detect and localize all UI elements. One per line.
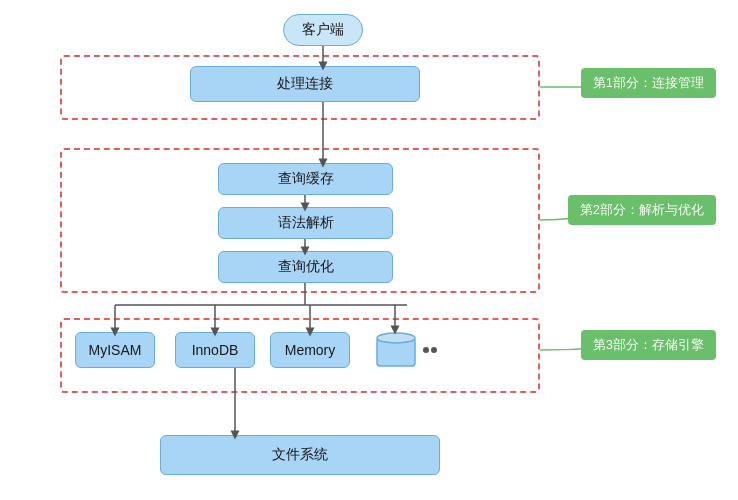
annotation-part2: 第2部分：解析与优化	[568, 195, 716, 225]
myisam-label: MyISAM	[89, 342, 142, 358]
query-cache-box: 查询缓存	[218, 163, 393, 195]
connection-label: 处理连接	[277, 75, 333, 93]
query-cache-label: 查询缓存	[278, 170, 334, 188]
svg-point-2	[423, 347, 429, 353]
memory-box: Memory	[270, 332, 350, 368]
memory-label: Memory	[285, 342, 336, 358]
annotation-part2-label: 第2部分：解析与优化	[580, 202, 704, 217]
query-optimize-label: 查询优化	[278, 258, 334, 276]
svg-point-1	[377, 333, 415, 343]
innodb-box: InnoDB	[175, 332, 255, 368]
svg-point-3	[431, 347, 437, 353]
other-storage-box	[368, 328, 446, 372]
query-optimize-box: 查询优化	[218, 251, 393, 283]
annotation-part3: 第3部分：存储引擎	[581, 330, 716, 360]
client-box: 客户端	[283, 14, 363, 46]
annotation-part3-label: 第3部分：存储引擎	[593, 337, 704, 352]
connection-box: 处理连接	[190, 66, 420, 102]
annotation-part1-label: 第1部分：连接管理	[593, 75, 704, 90]
myisam-box: MyISAM	[75, 332, 155, 368]
filesystem-label: 文件系统	[272, 446, 328, 464]
innodb-label: InnoDB	[192, 342, 239, 358]
annotation-part1: 第1部分：连接管理	[581, 68, 716, 98]
diagram-container: 客户端 处理连接 查询缓存 语法解析 查询优化 MyISAM InnoDB Me…	[0, 0, 738, 500]
filesystem-box: 文件系统	[160, 435, 440, 475]
client-label: 客户端	[302, 21, 344, 39]
syntax-parse-label: 语法解析	[278, 214, 334, 232]
syntax-parse-box: 语法解析	[218, 207, 393, 239]
